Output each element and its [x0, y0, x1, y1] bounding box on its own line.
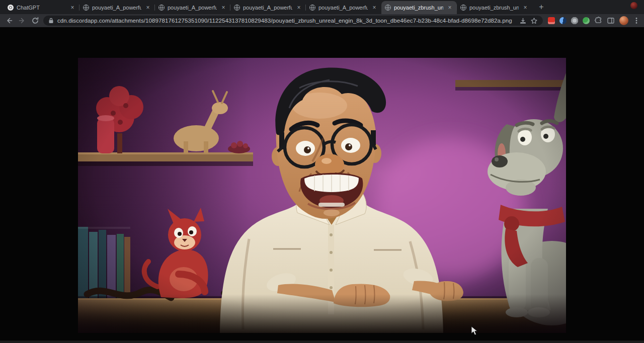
forward-icon [18, 17, 26, 25]
tab-close-button[interactable]: × [69, 4, 76, 11]
url-text: cdn.discordapp.com/attachments/108978176… [57, 18, 516, 24]
globe-favicon-icon [385, 5, 391, 11]
toolbar-right-cluster [546, 16, 640, 25]
extensions-puzzle-icon[interactable] [594, 17, 602, 25]
viewed-image[interactable] [78, 58, 566, 333]
bottom-strip [0, 340, 644, 343]
tab[interactable]: pouyaeti_A_powerful_modern × [155, 1, 230, 14]
globe-favicon-icon [234, 5, 240, 11]
tab-strip: ChatGPT × pouyaeti_A_powerful_modern × p… [0, 0, 644, 14]
tab-close-button[interactable]: × [220, 4, 227, 11]
lock-icon [48, 18, 54, 24]
tab[interactable]: pouyaeti_A_powerful_modern × [79, 1, 155, 14]
tab-close-button[interactable]: × [295, 4, 302, 11]
back-button[interactable] [4, 16, 14, 26]
tab-label: pouyaeti_A_powerful_modern [92, 5, 141, 11]
globe-favicon-icon [460, 5, 466, 11]
tab-label: pouyaeti_A_powerful_modern [243, 5, 292, 11]
tab[interactable]: pouyaeti_zbrush_unreal_engin × [381, 1, 457, 14]
extension-gray-icon[interactable] [571, 17, 578, 24]
globe-favicon-icon [83, 5, 89, 11]
globe-favicon-icon [158, 5, 165, 11]
extension-blue-icon[interactable] [559, 17, 567, 24]
tab-label: pouyaeti_zbrush_unreal_engin [394, 5, 443, 11]
bookmark-star-icon[interactable] [530, 17, 538, 25]
chatgpt-favicon-icon [8, 5, 14, 11]
side-panel-icon[interactable] [607, 17, 615, 25]
download-icon[interactable] [519, 17, 527, 25]
tab-close-button[interactable]: × [446, 4, 453, 11]
browser-toolbar: cdn.discordapp.com/attachments/108978176… [0, 14, 644, 27]
mouse-cursor [471, 326, 478, 336]
reload-icon [31, 17, 39, 25]
tab[interactable]: pouyaeti_A_powerful_modern × [230, 1, 306, 14]
window-badge-icon [630, 2, 637, 9]
tab-label: pouyaeti_A_powerful_modern [168, 5, 217, 11]
tab[interactable]: pouyaeti_zbrush_unreal_engi × [457, 1, 532, 14]
tab-close-button[interactable]: × [522, 4, 529, 11]
tab[interactable]: pouyaeti_A_powerful_modern × [306, 1, 381, 14]
tab-label: ChatGPT [17, 5, 66, 11]
globe-favicon-icon [309, 5, 315, 11]
tab-label: pouyaeti_A_powerful_modern [318, 5, 368, 11]
reload-button[interactable] [30, 16, 40, 26]
page-content [0, 27, 644, 343]
extension-green-icon[interactable] [583, 17, 590, 24]
tab-strip-tabs: ChatGPT × pouyaeti_A_powerful_modern × p… [4, 0, 532, 14]
new-tab-button[interactable]: + [535, 1, 547, 13]
back-icon [5, 17, 13, 25]
forward-button[interactable] [17, 16, 27, 26]
tab-close-button[interactable]: × [371, 4, 378, 11]
menu-kebab-icon[interactable] [633, 17, 640, 25]
tab-close-button[interactable]: × [144, 4, 151, 11]
extension-red-icon[interactable] [548, 17, 555, 24]
tab[interactable]: ChatGPT × [4, 1, 79, 14]
address-bar[interactable]: cdn.discordapp.com/attachments/108978176… [43, 16, 543, 26]
tab-label: pouyaeti_zbrush_unreal_engi [469, 5, 519, 11]
profile-avatar[interactable] [619, 16, 628, 25]
